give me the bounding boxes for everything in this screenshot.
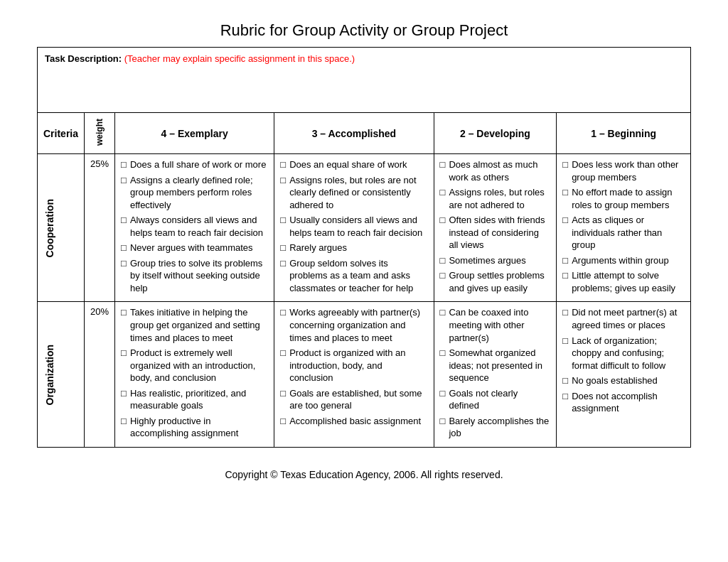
data-row-0: Cooperation25%Does a full share of work … <box>38 154 691 302</box>
weight-cell-0: 25% <box>85 154 115 302</box>
col1-cell-0: Does less work than other group membersN… <box>557 154 691 302</box>
list-item: Group seldom solves its problems as a te… <box>280 257 427 295</box>
list-item: Goals are established, but some are too … <box>280 387 427 412</box>
header-weight: weight <box>85 113 115 154</box>
task-value: (Teacher may explain specific assignment… <box>124 53 355 64</box>
list-item: Acts as cliques or individuals rather th… <box>562 214 685 252</box>
list-item: Accomplished basic assignment <box>280 415 427 428</box>
list-item: Assigns roles, but roles are not clearly… <box>280 174 427 212</box>
col2-cell-1: Can be coaxed into meeting with other pa… <box>434 302 557 447</box>
list-item: Group settles problems and gives up easi… <box>440 269 551 294</box>
list-item: Assigns a clearly defined role; group me… <box>121 174 268 212</box>
list-item: Never argues with teammates <box>121 242 268 254</box>
list-item: Does not accomplish assignment <box>562 390 685 415</box>
list-item: Always considers all views and helps tea… <box>121 214 268 239</box>
task-description-row: Task Description: (Teacher may explain s… <box>38 48 691 113</box>
page-title: Rubric for Group Activity or Group Proje… <box>220 21 508 40</box>
list-item: Takes initiative in helping the group ge… <box>121 306 268 344</box>
col3-cell-0: Does an equal share of workAssigns roles… <box>274 154 434 302</box>
list-item: Rarely argues <box>280 242 427 254</box>
list-item: Can be coaxed into meeting with other pa… <box>440 306 551 344</box>
header-col3: 3 – Accomplished <box>274 113 434 154</box>
list-item: Lack of organization; choppy and confusi… <box>562 335 685 372</box>
list-item: Little attempt to solve problems; gives … <box>562 269 685 294</box>
list-item: Works agreeably with partner(s) concerni… <box>280 306 427 344</box>
list-item: Somewhat organized ideas; not presented … <box>440 347 551 384</box>
list-item: Usually considers all views and helps te… <box>280 214 427 239</box>
data-row-1: Organization20%Takes initiative in helpi… <box>38 302 691 447</box>
list-item: Highly productive in accomplishing assig… <box>121 415 268 440</box>
list-item: No goals established <box>562 374 685 387</box>
list-item: Product is extremely well organized with… <box>121 347 268 384</box>
list-item: Goals not clearly defined <box>440 387 551 412</box>
list-item: Does almost as much work as others <box>440 158 551 183</box>
list-item: Does a full share of work or more <box>121 158 268 171</box>
criteria-cell-0: Cooperation <box>38 154 85 302</box>
list-item: Barely accomplishes the job <box>440 415 551 440</box>
list-item: Sometimes argues <box>440 254 551 267</box>
list-item: Arguments within group <box>562 254 685 267</box>
rubric-table: Task Description: (Teacher may explain s… <box>37 47 691 448</box>
footer: Copyright © Texas Education Agency, 2006… <box>225 469 503 480</box>
header-col1: 1 – Beginning <box>557 113 691 154</box>
header-criteria: Criteria <box>38 113 85 154</box>
col2-cell-0: Does almost as much work as othersAssign… <box>434 154 557 302</box>
list-item: Often sides with friends instead of cons… <box>440 214 551 252</box>
header-row: Criteria weight 4 – Exemplary 3 – Accomp… <box>38 113 691 154</box>
list-item: Assigns roles, but roles are not adhered… <box>440 186 551 211</box>
list-item: No effort made to assign roles to group … <box>562 186 685 211</box>
list-item: Product is organized with an introductio… <box>280 347 427 384</box>
col3-cell-1: Works agreeably with partner(s) concerni… <box>274 302 434 447</box>
task-description-cell: Task Description: (Teacher may explain s… <box>38 48 691 113</box>
header-col4: 4 – Exemplary <box>115 113 274 154</box>
criteria-cell-1: Organization <box>38 302 85 447</box>
col4-cell-1: Takes initiative in helping the group ge… <box>115 302 274 447</box>
task-label: Task Description: <box>45 53 122 64</box>
list-item: Has realistic, prioritized, and measurab… <box>121 387 268 412</box>
list-item: Does less work than other group members <box>562 158 685 183</box>
list-item: Does an equal share of work <box>280 158 427 171</box>
list-item: Did not meet partner(s) at agreed times … <box>562 306 685 331</box>
weight-cell-1: 20% <box>85 302 115 447</box>
header-col2: 2 – Developing <box>434 113 557 154</box>
list-item: Group tries to solve its problems by its… <box>121 257 268 295</box>
col1-cell-1: Did not meet partner(s) at agreed times … <box>557 302 691 447</box>
col4-cell-0: Does a full share of work or moreAssigns… <box>115 154 274 302</box>
